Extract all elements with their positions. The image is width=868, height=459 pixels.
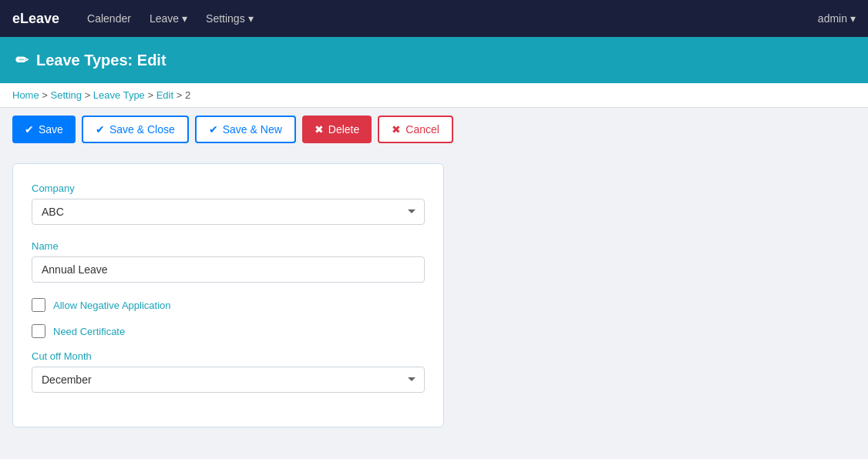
navbar: eLeave Calender Leave ▾ Settings ▾ admin… [0, 0, 868, 37]
save-new-icon [209, 123, 218, 136]
nav-calender[interactable]: Calender [78, 0, 140, 37]
cancel-label: Cancel [405, 123, 439, 136]
brand-logo[interactable]: eLeave [12, 11, 59, 27]
main-content: Company ABC DEF GHI Name Allow Negative … [0, 151, 868, 440]
nav-leave[interactable]: Leave ▾ [140, 0, 197, 37]
form-card: Company ABC DEF GHI Name Allow Negative … [12, 163, 444, 427]
need-certificate-checkbox[interactable] [32, 324, 45, 338]
admin-label: admin [818, 12, 847, 25]
breadcrumb-setting[interactable]: Setting [51, 89, 82, 101]
allow-negative-checkbox[interactable] [32, 298, 45, 312]
breadcrumb-edit[interactable]: Edit [156, 89, 173, 101]
company-select[interactable]: ABC DEF GHI [32, 199, 425, 225]
breadcrumb-sep-1: > [42, 89, 50, 101]
save-button[interactable]: Save [12, 116, 76, 143]
breadcrumb-home[interactable]: Home [12, 89, 39, 101]
name-input[interactable] [32, 256, 425, 283]
toolbar: Save Save & Close Save & New Delete Canc… [0, 108, 868, 151]
allow-negative-group: Allow Negative Application [32, 298, 425, 312]
save-close-label: Save & Close [109, 123, 175, 136]
breadcrumb-sep-3: > [147, 89, 156, 101]
save-icon [25, 123, 34, 136]
breadcrumb-sep-2: > [85, 89, 93, 101]
company-group: Company ABC DEF GHI [32, 183, 425, 225]
cutoff-group: Cut off Month January February March Apr… [32, 350, 425, 393]
nav-settings-label: Settings [206, 12, 245, 25]
cutoff-label: Cut off Month [32, 350, 425, 362]
breadcrumb-leave-type[interactable]: Leave Type [93, 89, 145, 101]
save-new-button[interactable]: Save & New [195, 116, 296, 143]
breadcrumb-id: 2 [185, 89, 190, 101]
cancel-icon [392, 123, 401, 136]
name-label: Name [32, 240, 425, 252]
nav-settings[interactable]: Settings ▾ [197, 0, 263, 37]
admin-dropdown-icon: ▾ [850, 12, 856, 25]
delete-label: Delete [328, 123, 359, 136]
save-label: Save [39, 123, 63, 136]
page-header: Leave Types: Edit [0, 37, 868, 83]
save-close-button[interactable]: Save & Close [82, 116, 189, 143]
delete-icon [315, 123, 324, 136]
need-certificate-group: Need Certificate [32, 324, 425, 338]
nav-calender-label: Calender [87, 12, 131, 25]
pencil-icon [15, 51, 29, 69]
save-new-label: Save & New [223, 123, 282, 136]
need-certificate-label[interactable]: Need Certificate [53, 326, 125, 337]
leave-dropdown-icon: ▾ [182, 12, 187, 25]
page-title: Leave Types: Edit [36, 52, 167, 69]
save-close-icon [96, 123, 105, 136]
name-group: Name [32, 240, 425, 283]
breadcrumb: Home > Setting > Leave Type > Edit > 2 [0, 83, 868, 108]
settings-dropdown-icon: ▾ [248, 12, 254, 25]
cutoff-select[interactable]: January February March April May June Ju… [32, 367, 425, 393]
cancel-button[interactable]: Cancel [378, 116, 453, 143]
breadcrumb-sep-4: > [177, 89, 185, 101]
admin-menu[interactable]: admin ▾ [818, 12, 856, 25]
nav-leave-label: Leave [150, 12, 179, 25]
company-label: Company [32, 183, 425, 194]
allow-negative-label[interactable]: Allow Negative Application [53, 300, 170, 311]
delete-button[interactable]: Delete [302, 116, 372, 143]
